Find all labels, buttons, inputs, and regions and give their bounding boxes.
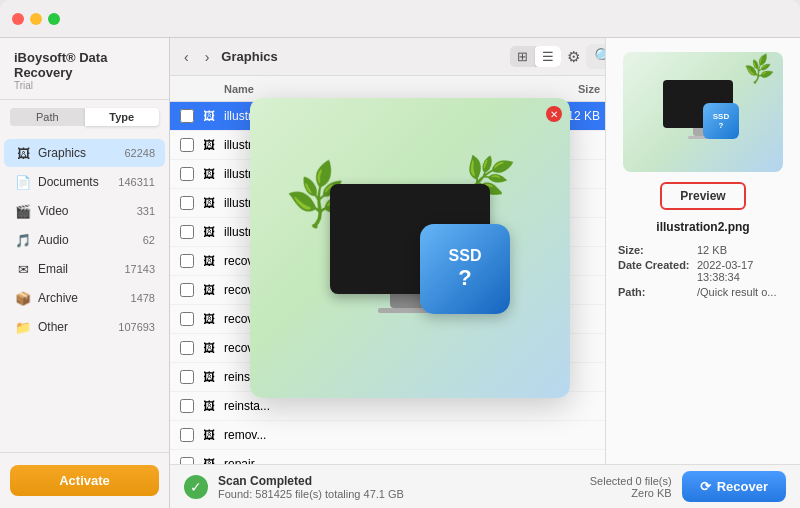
file-checkbox[interactable]: [180, 254, 194, 268]
sidebar-count-audio: 62: [143, 234, 155, 246]
file-checkbox[interactable]: [180, 283, 194, 297]
ssd-badge: SSD ?: [703, 103, 739, 139]
sidebar-item-email[interactable]: ✉ Email 17143: [4, 255, 165, 283]
file-type-icon: 🖼: [200, 107, 218, 125]
recover-icon: ⟳: [700, 479, 711, 494]
sidebar-count-video: 331: [137, 205, 155, 217]
sidebar-activate: Activate: [0, 452, 169, 508]
scan-status-text: Scan Completed: [218, 474, 404, 488]
file-checkbox[interactable]: [180, 341, 194, 355]
audio-icon: 🎵: [14, 231, 32, 249]
file-checkbox[interactable]: [180, 167, 194, 181]
file-checkbox[interactable]: [180, 312, 194, 326]
activate-button[interactable]: Activate: [10, 465, 159, 496]
app-title: iBoysoft® Data Recovery: [14, 50, 155, 80]
sidebar-label-audio: Audio: [38, 233, 143, 247]
file-checkbox[interactable]: [180, 370, 194, 384]
selected-size: Zero KB: [590, 487, 672, 499]
header-name: Name: [224, 83, 520, 95]
file-checkbox[interactable]: [180, 399, 194, 413]
file-type-icon: 🖼: [200, 397, 218, 415]
size-label: Size:: [618, 244, 693, 256]
file-type-icon: 🖼: [200, 136, 218, 154]
recover-button[interactable]: ⟳ Recover: [682, 471, 786, 502]
scan-status-icon: ✓: [184, 475, 208, 499]
sidebar-item-audio[interactable]: 🎵 Audio 62: [4, 226, 165, 254]
ssd-question: ?: [719, 121, 724, 130]
sidebar-count-other: 107693: [118, 321, 155, 333]
sidebar-label-graphics: Graphics: [38, 146, 124, 160]
size-value: 12 KB: [697, 244, 727, 256]
file-type-icon: 🖼: [200, 426, 218, 444]
tab-path[interactable]: Path: [10, 108, 85, 126]
overlay-mac: SSD ?: [330, 184, 490, 313]
file-type-icon: 🖼: [200, 455, 218, 464]
sidebar-count-archive: 1478: [131, 292, 155, 304]
sidebar-item-archive[interactable]: 📦 Archive 1478: [4, 284, 165, 312]
recover-label: Recover: [717, 479, 768, 494]
preview-thumbnail: 🌿 SSD ?: [623, 52, 783, 172]
sidebar: iBoysoft® Data Recovery Trial Path Type …: [0, 38, 170, 508]
sidebar-item-other[interactable]: 📁 Other 107693: [4, 313, 165, 341]
file-checkbox[interactable]: [180, 138, 194, 152]
sidebar-item-documents[interactable]: 📄 Documents 146311: [4, 168, 165, 196]
sidebar-item-graphics[interactable]: 🖼 Graphics 62248: [4, 139, 165, 167]
traffic-lights: [12, 13, 60, 25]
main-content: ‹ › Graphics ⊞ ☰ ⚙ 🔍 📷 🔑 ?: [170, 38, 800, 508]
sidebar-label-other: Other: [38, 320, 118, 334]
tab-type[interactable]: Type: [85, 108, 160, 126]
selected-files: Selected 0 file(s): [590, 475, 672, 487]
scan-status-sub: Found: 581425 file(s) totaling 47.1 GB: [218, 488, 404, 500]
date-label: Date Created:: [618, 259, 693, 283]
selected-info: Selected 0 file(s) Zero KB: [590, 475, 672, 499]
back-button[interactable]: ‹: [180, 47, 193, 67]
graphics-icon: 🖼: [14, 144, 32, 162]
sidebar-tabs: Path Type: [0, 100, 169, 134]
preview-filename: illustration2.png: [656, 220, 749, 234]
file-checkbox[interactable]: [180, 109, 194, 123]
preview-date-row: Date Created: 2022-03-17 13:38:34: [618, 259, 788, 283]
file-type-icon: 🖼: [200, 165, 218, 183]
file-checkbox[interactable]: [180, 428, 194, 442]
sidebar-header: iBoysoft® Data Recovery Trial: [0, 38, 169, 100]
header-size: Size: [520, 83, 600, 95]
sidebar-label-video: Video: [38, 204, 137, 218]
sidebar-list: 🖼 Graphics 62248 📄 Documents 146311 🎬 Vi…: [0, 134, 169, 452]
close-button[interactable]: [12, 13, 24, 25]
minimize-button[interactable]: [30, 13, 42, 25]
view-grid-button[interactable]: ⊞: [510, 46, 535, 67]
mac-illustration: SSD ?: [663, 80, 743, 145]
file-checkbox[interactable]: [180, 225, 194, 239]
overlay-ssd-question: ?: [458, 265, 471, 291]
file-type-icon: 🖼: [200, 252, 218, 270]
other-icon: 📁: [14, 318, 32, 336]
forward-button[interactable]: ›: [201, 47, 214, 67]
view-toggle: ⊞ ☰: [510, 46, 561, 67]
view-list-button[interactable]: ☰: [535, 46, 561, 67]
sidebar-item-video[interactable]: 🎬 Video 331: [4, 197, 165, 225]
preview-overlay: ✕ 🌿 🌿 SSD ?: [250, 98, 570, 398]
filter-button[interactable]: ⚙: [567, 48, 580, 66]
preview-path-row: Path: /Quick result o...: [618, 286, 788, 298]
file-checkbox[interactable]: [180, 196, 194, 210]
sidebar-count-documents: 146311: [118, 176, 155, 188]
preview-panel: 🌿 SSD ? Preview illustration2.png: [605, 38, 800, 464]
date-value: 2022-03-17 13:38:34: [697, 259, 788, 283]
documents-icon: 📄: [14, 173, 32, 191]
leaf-decoration: 🌿: [742, 53, 776, 87]
overlay-content: 🌿 🌿 SSD ?: [300, 148, 520, 348]
app-subtitle: Trial: [14, 80, 155, 91]
file-type-icon: 🖼: [200, 194, 218, 212]
preview-button[interactable]: Preview: [660, 182, 745, 210]
overlay-close-button[interactable]: ✕: [546, 106, 562, 122]
path-value: /Quick result o...: [697, 286, 776, 298]
app-body: iBoysoft® Data Recovery Trial Path Type …: [0, 38, 800, 508]
maximize-button[interactable]: [48, 13, 60, 25]
file-type-icon: 🖼: [200, 310, 218, 328]
preview-size-row: Size: 12 KB: [618, 244, 788, 256]
sidebar-count-email: 17143: [124, 263, 155, 275]
preview-meta: Size: 12 KB Date Created: 2022-03-17 13:…: [618, 244, 788, 301]
overlay-ssd-badge: SSD ?: [420, 224, 510, 314]
file-checkbox[interactable]: [180, 457, 194, 464]
scan-status-text-group: Scan Completed Found: 581425 file(s) tot…: [218, 474, 404, 500]
